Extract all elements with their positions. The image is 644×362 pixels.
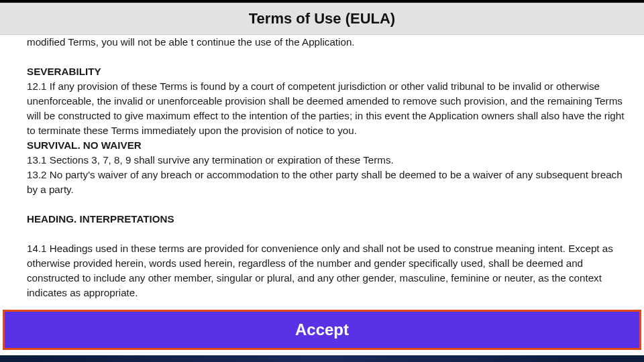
- accept-button-label: Accept: [295, 320, 349, 339]
- blank-line: [27, 227, 633, 241]
- dialog-title: Terms of Use (EULA): [249, 10, 395, 27]
- body-text: 13.2 No party's waiver of any breach or …: [27, 168, 633, 197]
- blank-line: [27, 50, 633, 64]
- accept-button[interactable]: Accept: [3, 310, 641, 350]
- section-head-survival: SURVIVAL. NO WAIVER: [27, 138, 633, 153]
- body-text: modified Terms, you will not be able t c…: [27, 35, 633, 50]
- body-text: 13.1 Sections 3, 7, 8, 9 shall survive a…: [27, 153, 633, 168]
- blank-line: [27, 197, 633, 212]
- section-head-heading-interpretations: HEADING. INTERPRETATIONS: [27, 212, 633, 227]
- section-head-severability: SEVERABILITY: [27, 64, 633, 79]
- dialog-footer: Accept: [0, 306, 644, 355]
- window-bottom-strip: [0, 355, 644, 362]
- eula-scroll-area[interactable]: modified Terms, you will not be able t c…: [0, 35, 644, 306]
- body-text: 12.1 If any provision of these Terms is …: [27, 79, 633, 138]
- body-text: 14.1 Headings used in these terms are pr…: [27, 241, 633, 300]
- dialog-header: Terms of Use (EULA): [0, 3, 644, 35]
